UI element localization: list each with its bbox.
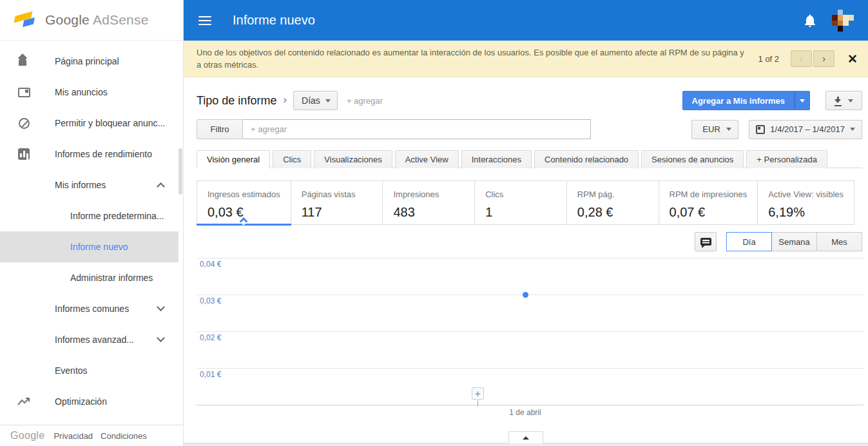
logo-adsense-text: AdSense — [93, 12, 149, 27]
gridline — [197, 295, 863, 295]
y-axis-tick: 0,03 € — [200, 296, 221, 305]
banner-prev-button[interactable]: ‹ — [791, 50, 812, 67]
logo-google-text: Google — [45, 12, 90, 27]
chevron-up-icon — [157, 182, 165, 191]
chevron-down-icon — [157, 303, 165, 311]
sidebar-item-informe-predeterminado[interactable]: Informe predetermina... — [0, 200, 183, 231]
sidebar-scrollbar[interactable] — [178, 148, 182, 195]
sidebar-item-permitir-bloquear[interactable]: Permitir y bloquear anunc... — [0, 108, 183, 139]
filter-row: Filtro EUR 1/4/2017 – 1/4/2017 — [197, 119, 862, 139]
chart-toolbar: Día Semana Mes — [197, 232, 862, 251]
page-title: Informe nuevo — [233, 13, 315, 28]
notifications-bell-icon[interactable] — [802, 13, 818, 28]
sidebar-item-informe-nuevo[interactable]: Informe nuevo — [0, 231, 178, 262]
filter-input[interactable] — [243, 119, 591, 139]
app-bar: Informe nuevo — [184, 0, 868, 41]
ads-icon — [16, 84, 32, 100]
calendar-icon — [756, 125, 765, 134]
sidebar-item-mis-informes[interactable]: Mis informes — [0, 170, 183, 200]
sidebar-footer: Google Privacidad Condiciones — [0, 425, 183, 446]
y-axis-tick: 0,01 € — [200, 370, 221, 379]
sidebar-item-informes-avanzados[interactable]: Informes avanzad... — [0, 324, 183, 355]
breadcrumb-separator: › — [283, 93, 287, 106]
arrow-up-icon — [523, 436, 529, 440]
earnings-chart: 0,04 € 0,03 € 0,02 € 0,01 € + 1 de abril — [184, 255, 868, 417]
tab-visualizaciones[interactable]: Visualizaciones — [314, 150, 392, 168]
breadcrumb: Tipo de informe — [197, 94, 276, 108]
sidebar-item-informes-rendimiento[interactable]: Informes de rendimiento — [0, 139, 183, 170]
data-point-ingresos[interactable] — [523, 292, 528, 298]
sidebar-item-mis-anuncios[interactable]: Mis anuncios — [0, 77, 183, 108]
granularity-dia-button[interactable]: Día — [726, 232, 772, 251]
chevron-down-icon — [726, 128, 731, 131]
annotations-button[interactable] — [695, 232, 717, 251]
add-annotation-button[interactable]: + — [472, 387, 484, 400]
notification-banner: Uno de los objetivos del contenido relac… — [184, 41, 868, 77]
adsense-app: GoogleAdSense Página principal Mis anunc… — [0, 0, 868, 446]
granularity-mes-button[interactable]: Mes — [816, 232, 862, 251]
metric-card-active-view-visibles[interactable]: Active View: visibles 6,19% — [758, 181, 854, 224]
tab-interacciones[interactable]: Interacciones — [461, 150, 532, 168]
metric-card-rpm-impresiones[interactable]: RPM de impresiones 0,07 € — [659, 181, 758, 224]
sidebar-item-administrar-informes[interactable]: Administrar informes — [0, 262, 183, 293]
close-icon[interactable]: ✕ — [847, 52, 858, 66]
banner-next-button[interactable]: › — [813, 50, 834, 67]
tab-sesiones-anuncios[interactable]: Sesiones de anuncios — [641, 150, 744, 168]
currency-dropdown[interactable]: EUR — [691, 120, 738, 139]
export-button[interactable] — [825, 91, 862, 110]
filter-label: Filtro — [197, 119, 243, 139]
chevron-down-icon — [850, 128, 855, 131]
collapse-panel-button[interactable] — [508, 431, 543, 443]
report-header-row: Tipo de informe › Días + agregar Agregar… — [197, 90, 862, 112]
tab-personalizada[interactable]: + Personalizada — [746, 150, 827, 168]
trend-icon — [16, 394, 32, 409]
gridline — [197, 331, 863, 332]
y-axis-tick: 0,02 € — [200, 333, 221, 342]
adsense-logo[interactable]: GoogleAdSense — [0, 0, 183, 41]
avatar[interactable] — [832, 10, 854, 32]
sidebar-item-optimizacion[interactable]: Optimización — [0, 386, 183, 417]
bar-chart-icon — [16, 146, 32, 162]
sidebar-item-eventos[interactable]: Eventos — [0, 355, 183, 386]
annotation-tick — [477, 400, 478, 406]
chevron-down-icon — [157, 334, 165, 342]
date-range-picker[interactable]: 1/4/2017 – 1/4/2017 — [749, 120, 862, 139]
sidebar-item-informes-comunes[interactable]: Informes comunes — [0, 293, 183, 324]
tab-active-view[interactable]: Active View — [395, 150, 459, 168]
banner-pagination: 1 of 2 — [758, 54, 780, 64]
chevron-down-icon — [325, 99, 331, 102]
google-brand: Google — [10, 430, 44, 441]
comment-icon — [700, 238, 711, 246]
x-axis-line — [197, 405, 863, 405]
report-tabs: Visión general Clics Visualizaciones Act… — [197, 150, 862, 168]
metric-card-ingresos-estimados[interactable]: Ingresos estimados 0,03 € — [197, 181, 291, 224]
chevron-down-icon — [848, 99, 853, 102]
tab-contenido-relacionado[interactable]: Contenido relacionado — [534, 150, 639, 168]
block-icon — [16, 115, 32, 131]
add-dimension-button[interactable]: + agregar — [347, 96, 383, 106]
metric-card-paginas-vistas[interactable]: Páginas vistas 117 — [291, 181, 383, 224]
add-to-my-reports-button[interactable]: Agregar a Mis informes — [682, 91, 795, 110]
metric-card-rpm-pagina[interactable]: RPM pág. 0,28 € — [567, 181, 659, 224]
add-to-my-reports-dropdown[interactable] — [795, 91, 810, 110]
gridline — [197, 258, 863, 258]
metric-card-impresiones[interactable]: Impresiones 483 — [383, 181, 475, 224]
adsense-logo-icon — [14, 10, 39, 30]
sidebar-nav: Página principal Mis anuncios Permitir y… — [0, 46, 183, 417]
sidebar-item-pagina-principal[interactable]: Página principal — [0, 46, 183, 77]
y-axis-tick: 0,04 € — [200, 260, 221, 269]
banner-message: Uno de los objetivos del contenido relac… — [197, 46, 749, 71]
home-icon — [16, 53, 32, 69]
sidebar: GoogleAdSense Página principal Mis anunc… — [0, 0, 184, 446]
privacy-link[interactable]: Privacidad — [53, 431, 93, 441]
granularity-semana-button[interactable]: Semana — [771, 232, 817, 251]
download-icon — [834, 97, 842, 104]
metric-cards: Ingresos estimados 0,03 € Páginas vistas… — [197, 180, 854, 225]
tab-clics[interactable]: Clics — [273, 150, 311, 168]
terms-link[interactable]: Condiciones — [101, 431, 147, 441]
tab-vision-general[interactable]: Visión general — [197, 150, 270, 168]
gridline — [197, 368, 863, 369]
metric-card-clics[interactable]: Clics 1 — [475, 181, 567, 224]
menu-icon[interactable] — [198, 14, 211, 28]
dimension-dropdown[interactable]: Días — [293, 91, 338, 110]
